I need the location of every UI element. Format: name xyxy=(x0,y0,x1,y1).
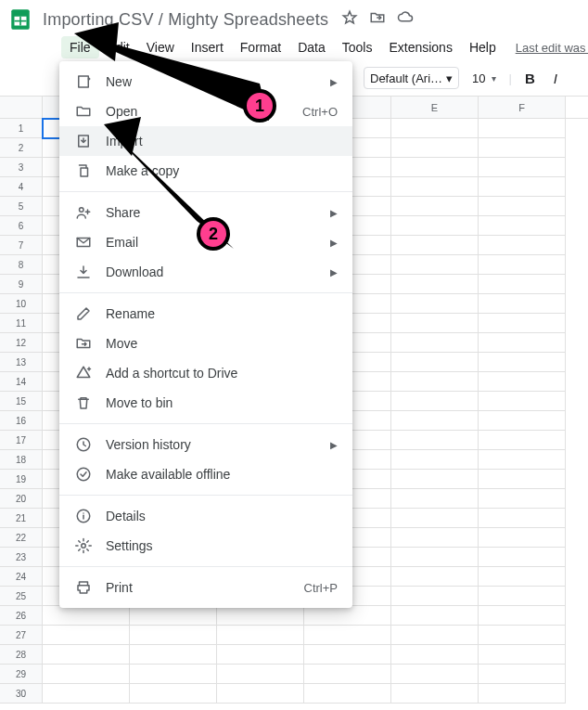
cell[interactable] xyxy=(304,606,391,626)
cell[interactable] xyxy=(479,177,566,197)
cell[interactable] xyxy=(391,177,479,197)
cell[interactable] xyxy=(479,684,566,704)
row-header[interactable]: 16 xyxy=(0,411,43,431)
cell[interactable] xyxy=(217,645,304,665)
cell[interactable] xyxy=(130,684,217,704)
file-menu-rename[interactable]: Rename xyxy=(59,299,352,329)
cell[interactable] xyxy=(479,431,566,450)
cell[interactable] xyxy=(391,353,479,372)
row-header[interactable]: 9 xyxy=(0,275,43,294)
row-header[interactable]: 7 xyxy=(0,236,43,255)
cell[interactable] xyxy=(304,645,391,665)
cell[interactable] xyxy=(391,197,479,216)
cell[interactable] xyxy=(391,236,479,255)
document-title[interactable]: Importing CSV / Mighty Spreadsheets xyxy=(43,10,328,30)
row-header[interactable]: 20 xyxy=(0,489,43,509)
file-menu-offline[interactable]: Make available offline xyxy=(59,459,352,489)
cell[interactable] xyxy=(391,275,479,294)
cell[interactable] xyxy=(479,528,566,548)
cell[interactable] xyxy=(217,665,304,684)
italic-button[interactable]: I xyxy=(548,71,563,86)
cell[interactable] xyxy=(479,626,566,645)
font-family-dropdown[interactable]: Default (Ari… ▾ xyxy=(364,67,459,89)
row-header[interactable]: 30 xyxy=(0,684,43,704)
cell[interactable] xyxy=(391,216,479,236)
cell[interactable] xyxy=(479,216,566,236)
cell[interactable] xyxy=(391,470,479,489)
file-menu-history[interactable]: Version history▶ xyxy=(59,430,352,459)
cell[interactable] xyxy=(479,158,566,177)
file-menu-print[interactable]: PrintCtrl+P xyxy=(59,573,352,602)
row-header[interactable]: 5 xyxy=(0,197,43,216)
cell[interactable] xyxy=(391,606,479,626)
select-all-corner[interactable] xyxy=(0,97,43,118)
menu-extensions[interactable]: Extensions xyxy=(380,36,460,58)
file-menu-share[interactable]: Share▶ xyxy=(59,198,352,227)
cell[interactable] xyxy=(391,138,479,158)
row-header[interactable]: 26 xyxy=(0,606,43,626)
cell[interactable] xyxy=(479,294,566,314)
cell[interactable] xyxy=(391,567,479,587)
cell[interactable] xyxy=(479,392,566,411)
menu-file[interactable]: File xyxy=(61,36,99,58)
file-menu-import[interactable]: Import xyxy=(59,126,352,156)
last-edit-link[interactable]: Last edit was 2 m xyxy=(516,41,588,55)
cell[interactable] xyxy=(217,606,304,626)
cell[interactable] xyxy=(43,606,130,626)
row-header[interactable]: 21 xyxy=(0,509,43,528)
cell[interactable] xyxy=(479,119,566,138)
row-header[interactable]: 14 xyxy=(0,372,43,392)
cell[interactable] xyxy=(391,314,479,333)
row-header[interactable]: 4 xyxy=(0,177,43,197)
cell[interactable] xyxy=(391,158,479,177)
row-header[interactable]: 17 xyxy=(0,431,43,450)
cell[interactable] xyxy=(304,684,391,704)
cell[interactable] xyxy=(391,665,479,684)
bold-button[interactable]: B xyxy=(519,71,541,86)
cell[interactable] xyxy=(479,606,566,626)
cell[interactable] xyxy=(479,314,566,333)
row-header[interactable]: 19 xyxy=(0,470,43,489)
row-header[interactable]: 13 xyxy=(0,353,43,372)
menu-view[interactable]: View xyxy=(138,36,183,58)
row-header[interactable]: 1 xyxy=(0,119,43,138)
cell[interactable] xyxy=(479,470,566,489)
cell[interactable] xyxy=(43,684,130,704)
row-header[interactable]: 15 xyxy=(0,392,43,411)
cell[interactable] xyxy=(479,567,566,587)
menu-edit[interactable]: Edit xyxy=(99,36,138,58)
file-menu-download[interactable]: Download▶ xyxy=(59,257,352,287)
move-icon[interactable] xyxy=(369,9,386,30)
menu-tools[interactable]: Tools xyxy=(334,36,381,58)
font-size-control[interactable]: 10 ▾ xyxy=(467,70,501,87)
cell[interactable] xyxy=(217,626,304,645)
cell[interactable] xyxy=(130,645,217,665)
cell[interactable] xyxy=(391,684,479,704)
cell[interactable] xyxy=(391,392,479,411)
column-header[interactable]: F xyxy=(479,97,566,118)
row-header[interactable]: 27 xyxy=(0,626,43,645)
cell[interactable] xyxy=(391,255,479,275)
cell[interactable] xyxy=(391,372,479,392)
cell[interactable] xyxy=(479,645,566,665)
cell[interactable] xyxy=(43,645,130,665)
cell[interactable] xyxy=(479,489,566,509)
cell[interactable] xyxy=(391,294,479,314)
cell[interactable] xyxy=(391,645,479,665)
cell[interactable] xyxy=(391,119,479,138)
file-menu-new[interactable]: New▶ xyxy=(59,67,352,97)
row-header[interactable]: 2 xyxy=(0,138,43,158)
menu-help[interactable]: Help xyxy=(461,36,505,58)
row-header[interactable]: 8 xyxy=(0,255,43,275)
column-header[interactable]: E xyxy=(391,97,479,118)
cell[interactable] xyxy=(391,431,479,450)
row-header[interactable]: 11 xyxy=(0,314,43,333)
cell[interactable] xyxy=(391,450,479,470)
cell[interactable] xyxy=(304,665,391,684)
row-header[interactable]: 24 xyxy=(0,567,43,587)
cell[interactable] xyxy=(479,236,566,255)
row-header[interactable]: 22 xyxy=(0,528,43,548)
cell[interactable] xyxy=(130,626,217,645)
cell[interactable] xyxy=(391,411,479,431)
file-menu-copy[interactable]: Make a copy xyxy=(59,156,352,186)
